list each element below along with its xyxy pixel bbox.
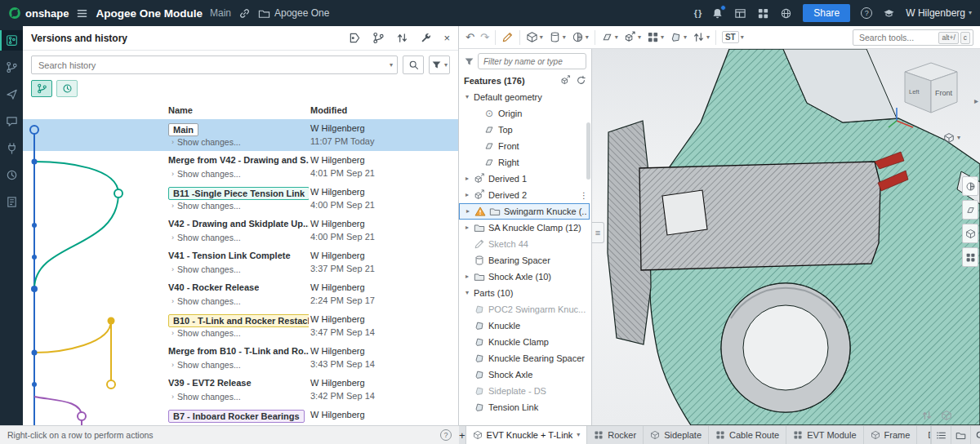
close-icon[interactable]: × <box>443 33 450 43</box>
workspace-name[interactable]: Main <box>210 7 231 19</box>
named-views-button[interactable] <box>962 200 978 220</box>
tab-search-button[interactable] <box>970 426 980 444</box>
show-changes-link[interactable]: ›Show changes... <box>172 392 241 402</box>
transform-tool-group[interactable]: ▾ <box>693 31 710 43</box>
part-item-tension-link[interactable]: Tension Link <box>459 399 591 415</box>
follow-mode-button[interactable] <box>0 84 23 104</box>
tree-item-default-geometry[interactable]: ▾Default geometry <box>459 89 591 105</box>
version-row[interactable]: V41 - Tension Link Complete ›Show change… <box>23 246 459 278</box>
filter-button[interactable]: ▾ <box>429 56 450 74</box>
pattern-tool-group[interactable]: ▾ <box>647 31 664 43</box>
derived-tool-group[interactable]: ▾ <box>624 31 641 43</box>
tab-list-button[interactable] <box>931 426 951 444</box>
show-changes-link[interactable]: ›Show changes... <box>172 137 241 147</box>
tree-item-shock-axle-folder[interactable]: ▸Shock Axle (10) <box>459 269 591 285</box>
part-tool-group[interactable]: ▾ <box>670 31 687 43</box>
create-branch-icon[interactable] <box>372 32 385 44</box>
view-cube[interactable]: Left Front <box>887 52 969 131</box>
tree-item-top-plane[interactable]: Top <box>459 122 591 138</box>
branch-tool-button[interactable] <box>0 57 23 78</box>
chevron-down-icon[interactable]: ▾ <box>390 62 393 69</box>
tab-cable-route[interactable]: Cable Route <box>709 426 786 444</box>
part-item-knuckle[interactable]: Knuckle <box>459 317 591 334</box>
version-row[interactable]: V39 - EVT2 Release ›Show changes... W Hi… <box>23 374 459 406</box>
chevron-right-icon[interactable]: ▸ <box>464 224 470 231</box>
version-row-main[interactable]: Main ›Show changes... W Hilgenberg 11:07… <box>23 119 459 151</box>
onshape-logo[interactable]: onshape <box>8 7 69 20</box>
tree-item-sa-knuckle-clamp[interactable]: ▸SA Knuckle Clamp (12) <box>459 220 591 236</box>
user-menu[interactable]: W Hilgenberg▾ <box>906 7 972 19</box>
create-version-icon[interactable] <box>349 32 361 44</box>
feature-filter-input[interactable] <box>478 53 586 69</box>
tree-item-parts-header[interactable]: ▾Parts (10) <box>459 285 591 301</box>
tree-item-derived-2[interactable]: ▸Derived 2⋮ <box>459 187 591 203</box>
graph-view-toggle[interactable] <box>31 80 52 97</box>
tree-item-sketch-44[interactable]: Sketch 44 <box>459 236 591 252</box>
tree-item-origin[interactable]: ⊙Origin <box>459 105 591 122</box>
search-button[interactable] <box>403 56 424 74</box>
version-row[interactable]: B7 - Inboard Rocker Bearings W Hilgenber… <box>23 406 459 425</box>
cube-front-label[interactable]: Front <box>935 89 953 97</box>
part-item-knuckle-bearing-spacer[interactable]: Knuckle Bearing Spacer <box>459 350 591 366</box>
version-row[interactable]: B10 - T-Link and Rocker Restack ›Show ch… <box>23 310 459 342</box>
version-row[interactable]: B11 -Single Piece Tension Link ›Show cha… <box>23 183 459 215</box>
chevron-right-icon[interactable]: ▸ <box>464 273 470 280</box>
app-store-icon[interactable] <box>757 7 769 20</box>
isolate-button[interactable] <box>962 224 978 243</box>
tree-item-bearing-spacer[interactable]: Bearing Spacer <box>459 252 591 269</box>
tab-truncated[interactable]: D <box>917 426 931 444</box>
copy-link-icon[interactable] <box>238 7 251 20</box>
chevron-down-icon[interactable]: ▾ <box>464 94 470 100</box>
part-item-shock-axle[interactable]: Shock Axle <box>459 366 591 383</box>
undo-button[interactable]: ↶ <box>466 32 474 42</box>
show-changes-link[interactable]: ›Show changes... <box>172 296 241 306</box>
part-item-knuckle-clamp[interactable]: Knuckle Clamp <box>459 334 591 350</box>
tab-evt-knuckle-t-link[interactable]: EVT Knuckle + T-Link ▾ <box>466 426 588 444</box>
show-changes-link[interactable]: ›Show changes... <box>172 264 241 274</box>
notifications-button[interactable] <box>711 7 724 20</box>
chevron-right-icon[interactable]: ▸ <box>464 192 470 198</box>
help-icon[interactable]: ? <box>440 429 452 441</box>
chevron-right-icon[interactable]: ▸ <box>464 175 470 182</box>
versions-panel-toggle[interactable] <box>0 30 23 51</box>
new-tab-button[interactable]: + <box>459 426 466 444</box>
comments-button[interactable] <box>0 111 23 131</box>
tree-item-right-plane[interactable]: Right <box>459 154 591 171</box>
section-view-button[interactable] <box>962 176 978 196</box>
main-menu-icon[interactable] <box>76 7 88 20</box>
part-item-poc2-swingarm[interactable]: POC2 Swingarm Knuc... <box>459 301 591 317</box>
chevron-down-icon[interactable]: ▾ <box>464 290 470 296</box>
custom-toolbar-group[interactable]: ST▾ <box>722 31 744 43</box>
redo-button[interactable]: ↷ <box>480 32 489 42</box>
plane-tool-group[interactable]: ▾ <box>601 31 618 43</box>
panel-collapse-handle[interactable]: ≡ <box>592 222 604 243</box>
boolean-tool-group[interactable]: ▾ <box>572 31 589 43</box>
show-changes-link[interactable]: ›Show changes... <box>172 169 241 179</box>
show-changes-link[interactable]: ›Show changes... <box>172 201 241 211</box>
version-row[interactable]: V42 - Drawing and Skidplate Up... ›Show … <box>23 215 459 246</box>
scrollbar-thumb[interactable] <box>586 122 590 180</box>
cube-left-label[interactable]: Left <box>909 88 920 95</box>
chevron-down-icon[interactable]: ▾ <box>577 432 580 438</box>
flat-view-toggle[interactable] <box>56 80 78 97</box>
help-icon[interactable]: ? <box>861 7 872 19</box>
notes-button[interactable] <box>0 192 23 212</box>
show-changes-link[interactable]: ›Show changes... <box>172 360 241 370</box>
tools-icon[interactable] <box>420 32 432 44</box>
tree-item-swingarm-knuckle[interactable]: ▸Swingarm Knucke (.. <box>459 203 590 220</box>
mass-properties-icon[interactable] <box>941 410 952 421</box>
appearance-button[interactable] <box>962 247 978 267</box>
history-search-input[interactable] <box>31 56 398 74</box>
display-options-button[interactable]: ▾ <box>943 132 960 144</box>
revolve-tool-group[interactable]: ▾ <box>549 31 566 43</box>
project-breadcrumb[interactable]: Apogee One <box>258 7 329 20</box>
sketch-button[interactable] <box>501 31 514 43</box>
view-cube-arrow[interactable]: ▸ <box>974 96 978 105</box>
measure-icon[interactable] <box>921 410 933 421</box>
graphics-viewport[interactable]: Left Front ▸ ▾ ≡ <box>592 49 980 425</box>
version-row[interactable]: Merge from B10 - T-Link and Ro... ›Show … <box>23 342 459 374</box>
tab-frame[interactable]: Frame <box>864 426 918 444</box>
compare-icon[interactable] <box>396 32 408 44</box>
chevron-right-icon[interactable]: ▸ <box>465 208 471 215</box>
show-changes-link[interactable]: ›Show changes... <box>172 233 241 242</box>
